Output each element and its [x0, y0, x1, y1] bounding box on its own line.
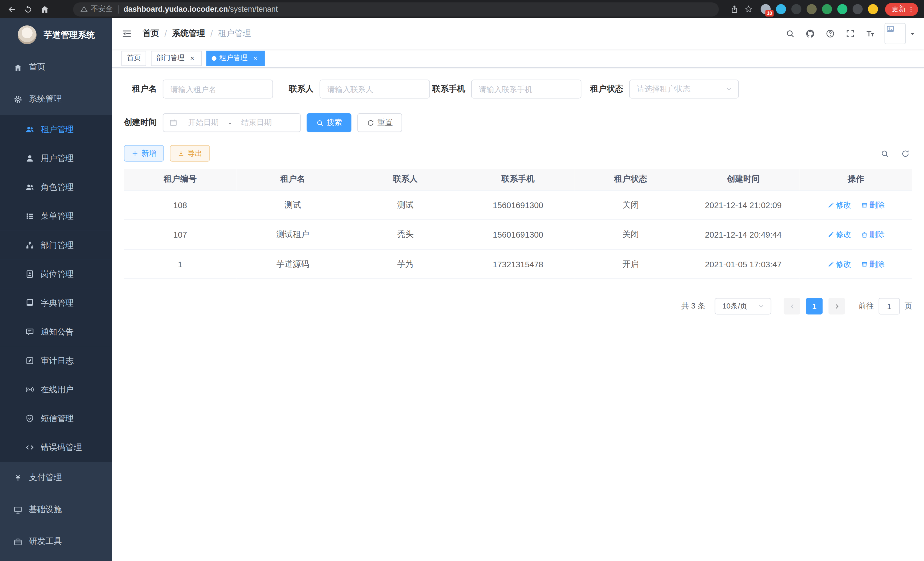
sidebar-item-pay[interactable]: 支付管理 [0, 462, 112, 493]
sidebar-menu: 首页系统管理租户管理用户管理角色管理菜单管理部门管理岗位管理字典管理通知公告审计… [0, 51, 112, 557]
prev-page-button[interactable] [784, 298, 800, 314]
sidebar-item-user[interactable]: 用户管理 [0, 144, 112, 173]
user-avatar[interactable] [885, 23, 906, 44]
extension-icon[interactable] [776, 4, 786, 14]
goto-page-input[interactable] [879, 298, 900, 314]
sidebar-item-users[interactable]: 租户管理 [0, 115, 112, 144]
add-button[interactable]: 新增 [124, 145, 164, 162]
date-separator: - [226, 118, 234, 127]
sidebar-item-gear[interactable]: 系统管理 [0, 83, 112, 115]
edit-button[interactable]: 修改 [827, 200, 851, 210]
trash-icon [861, 231, 868, 238]
browser-toolbar: 不安全 dashboard.yudao.iocoder.cn/system/te… [0, 0, 924, 18]
contact-input[interactable] [320, 80, 430, 99]
sidebar-item-log[interactable]: 审计日志 [0, 346, 112, 375]
close-icon[interactable]: × [251, 54, 260, 62]
breadcrumb-item[interactable]: 系统管理 [172, 28, 205, 39]
column-header: 创建时间 [687, 169, 800, 190]
cell-contact: 秃头 [349, 220, 462, 249]
browser-home-icon[interactable] [37, 1, 53, 17]
bookmark-star-icon[interactable] [741, 1, 755, 17]
delete-button[interactable]: 删除 [861, 259, 885, 269]
cell-name: 测试 [237, 190, 349, 220]
sidebar-item-message[interactable]: 通知公告 [0, 317, 112, 346]
table-header-row: 租户编号租户名联系人联系手机租户状态创建时间操作 [124, 169, 912, 190]
extension-icon[interactable]: 10 [760, 4, 771, 14]
delete-button[interactable]: 删除 [861, 229, 885, 240]
sidebar-item-tool[interactable]: 研发工具 [0, 526, 112, 557]
share-icon[interactable] [727, 1, 741, 17]
extension-badge: 10 [765, 10, 774, 17]
tab-label: 租户管理 [219, 53, 248, 63]
reset-button[interactable]: 重置 [357, 113, 402, 132]
user-icon [25, 154, 35, 163]
user-menu-caret-icon[interactable] [909, 30, 916, 37]
column-header: 联系人 [349, 169, 462, 190]
trash-icon [861, 260, 868, 268]
sidebar-item-list[interactable]: 菜单管理 [0, 202, 112, 231]
edit-button[interactable]: 修改 [827, 259, 851, 269]
sidebar-item-infra[interactable]: 基础设施 [0, 494, 112, 526]
tab-item[interactable]: 首页 [122, 50, 146, 66]
collapse-sidebar-icon[interactable] [122, 28, 132, 39]
goto-label: 前往 [859, 301, 874, 311]
phone-input[interactable] [471, 80, 581, 99]
online-icon [25, 385, 35, 394]
close-icon[interactable]: × [188, 54, 196, 62]
end-date-placeholder[interactable]: 结束日期 [234, 117, 279, 128]
tab-label: 首页 [127, 53, 141, 63]
sidebar-item-online[interactable]: 在线用户 [0, 375, 112, 404]
extension-icon[interactable] [837, 4, 848, 14]
download-icon [177, 150, 184, 157]
list-icon [25, 212, 35, 221]
browser-back-icon[interactable] [3, 1, 20, 17]
start-date-placeholder[interactable]: 开始日期 [181, 117, 226, 128]
github-icon[interactable] [806, 29, 815, 38]
page-suffix: 页 [904, 301, 912, 311]
breadcrumb-item[interactable]: 首页 [142, 28, 159, 39]
sidebar-item-badge[interactable]: 岗位管理 [0, 260, 112, 289]
extension-icon[interactable] [822, 4, 832, 14]
table-toolbar: 新增 导出 [124, 145, 912, 162]
chevron-right-icon [833, 302, 841, 310]
tab-item[interactable]: 部门管理× [151, 50, 201, 66]
browser-reload-icon[interactable] [20, 1, 37, 17]
sidebar-item-label: 首页 [29, 62, 45, 73]
address-bar[interactable]: 不安全 dashboard.yudao.iocoder.cn/system/te… [73, 2, 719, 16]
sidebar-item-home[interactable]: 首页 [0, 51, 112, 83]
sidebar-item-code[interactable]: 错误码管理 [0, 433, 112, 462]
header-search-icon[interactable] [785, 29, 795, 38]
search-button[interactable]: 搜索 [307, 113, 351, 132]
breadcrumb-item: 租户管理 [218, 28, 251, 39]
column-header: 租户名 [237, 169, 349, 190]
edit-button[interactable]: 修改 [827, 229, 851, 240]
delete-button[interactable]: 删除 [861, 200, 885, 210]
tenant-name-input[interactable] [163, 80, 273, 99]
phone-label: 联系手机 [432, 84, 465, 94]
extension-icon[interactable] [807, 4, 817, 14]
sidebar-item-shield[interactable]: 短信管理 [0, 404, 112, 433]
sidebar-item-label: 错误码管理 [40, 442, 82, 453]
font-size-icon[interactable] [866, 29, 875, 38]
toggle-search-icon[interactable] [880, 149, 889, 158]
next-page-button[interactable] [829, 298, 845, 314]
extension-icon[interactable] [791, 4, 801, 14]
cell-phone: 17321315478 [462, 249, 574, 279]
extension-icon[interactable] [868, 4, 878, 14]
help-icon[interactable] [825, 29, 835, 38]
export-button[interactable]: 导出 [170, 145, 210, 162]
active-tab-dot [212, 56, 217, 61]
navbar-right [775, 23, 916, 44]
refresh-table-icon[interactable] [901, 149, 910, 158]
status-select[interactable]: 请选择租户状态 [629, 80, 739, 99]
date-range-picker[interactable]: 开始日期 - 结束日期 [163, 113, 301, 132]
fullscreen-icon[interactable] [845, 29, 855, 38]
sidebar-item-tree[interactable]: 部门管理 [0, 231, 112, 260]
extension-icon[interactable] [853, 4, 862, 14]
page-size-select[interactable]: 10条/页 [715, 298, 771, 314]
sidebar-item-book[interactable]: 字典管理 [0, 289, 112, 317]
sidebar-item-users[interactable]: 角色管理 [0, 173, 112, 202]
update-button[interactable]: 更新 [885, 3, 918, 15]
tab-item[interactable]: 租户管理× [206, 50, 265, 66]
page-1-button[interactable]: 1 [806, 298, 823, 314]
